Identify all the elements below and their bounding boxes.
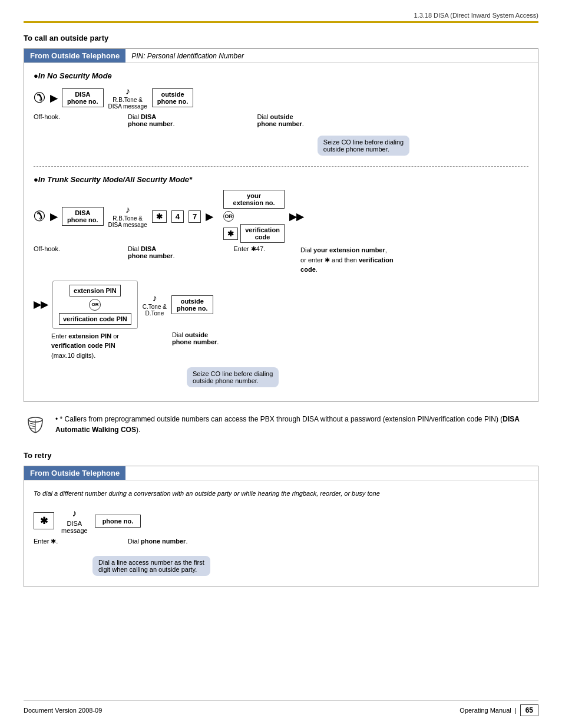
footer-separator: | — [515, 707, 517, 714]
retry-callout-container: Dial a line access number as the firstdi… — [92, 554, 528, 578]
tone-icon-3: ♪ — [143, 293, 167, 304]
label-enter-star47: Enter ✱47. — [233, 245, 265, 275]
disa-tone-icon: ♪ — [72, 508, 77, 518]
arrow-1: ▶ — [50, 93, 57, 104]
mode2-flow-row1: ✆ ▶ DISA phone no. ♪ R.B.Tone &DISA mess… — [34, 190, 528, 243]
mode1-labels: Off-hook. Dial DISAphone number. Dial ou… — [34, 113, 528, 127]
callout-1: Seize CO line before dialingoutside phon… — [318, 136, 409, 156]
num7-box: 7 — [189, 210, 201, 223]
tone-group-2: ♪ R.B.Tone &DISA message — [108, 205, 147, 228]
note-icon — [24, 414, 47, 442]
or-row: OR — [223, 211, 285, 222]
diagram-content: ●In No Security Mode ✆ ▶ DISA phone no. … — [24, 63, 538, 401]
label-dial-outside-1: Dial outsidephone number. — [257, 113, 303, 127]
footer-manual: Operating Manual — [459, 707, 511, 714]
from-outside-label: From Outside Telephone — [24, 49, 125, 62]
svg-line-3 — [30, 426, 35, 427]
divider-1 — [34, 166, 528, 167]
tone-label-2: R.B.Tone &DISA message — [108, 215, 147, 228]
your-ext-box: yourextension no. — [223, 190, 285, 209]
label-dial-disa-1: Dial DISAphone number. — [128, 113, 174, 127]
note-svg-icon — [24, 414, 47, 437]
footer-doc-version: Document Version 2008-09 — [24, 707, 102, 714]
disa-message-group: ♪ DISAmessage — [61, 508, 88, 534]
tone-icon-1: ♪ — [108, 86, 147, 97]
footer-right: Operating Manual | 65 — [459, 704, 538, 716]
svg-line-2 — [30, 423, 35, 424]
outside-phone-box-2: outside phone no. — [171, 295, 213, 314]
footer-page-num: 65 — [520, 704, 538, 716]
verification-box: verificationcode — [240, 224, 285, 243]
retry-callout: Dial a line access number as the firstdi… — [92, 556, 210, 576]
footer-bar: Document Version 2008-09 Operating Manua… — [24, 700, 538, 716]
callout-2: Seize CO line before dialingoutside phon… — [187, 367, 279, 387]
disa-message-label: DISAmessage — [61, 520, 88, 534]
label-offhook-1: Off-hook. — [34, 113, 63, 127]
diagram-header-row: From Outside Telephone PIN: Personal Ide… — [24, 49, 538, 63]
pin-label: PIN: Personal Identification Number — [125, 50, 250, 62]
outside-phone-box-1: outside phone no. — [152, 88, 194, 107]
note-row: • * Callers from preprogrammed outside n… — [24, 414, 538, 442]
note-text: • * Callers from preprogrammed outside n… — [55, 414, 538, 435]
star-verif-row: ✱ verificationcode — [223, 224, 285, 243]
mode2-flow-row2: ▶▶ extension PIN OR verification code PI… — [34, 281, 528, 329]
callout-container-2: Seize CO line before dialingoutside phon… — [34, 365, 528, 390]
star-box: ✱ — [152, 210, 167, 223]
pin-group: extension PIN OR verification code PIN — [52, 281, 138, 329]
num4-box: 4 — [171, 210, 184, 223]
callout-container-1: Seize CO line before dialingoutside phon… — [34, 133, 528, 158]
tone-group-3: ♪ C.Tone &D.Tone — [143, 293, 167, 317]
retry-labels: Enter ✱. Dial phone number. — [34, 538, 528, 545]
verif-pin-box: verification code PIN — [59, 313, 131, 325]
star-box-2: ✱ — [223, 228, 238, 240]
or-circle-1: OR — [223, 211, 234, 222]
tone-group-1: ♪ R.B.Tone &DISA message — [108, 86, 147, 110]
retry-star-box: ✱ — [34, 512, 54, 529]
phone-icon-2: ✆ — [34, 208, 45, 225]
tone-label-1: R.B.Tone &DISA message — [108, 97, 147, 110]
label-enter-pin: Enter extension PIN orverification code … — [51, 331, 119, 361]
retry-diagram-box: From Outside Telephone To dial a differe… — [24, 466, 538, 587]
retry-italic-note: To dial a different number during a conv… — [34, 489, 528, 499]
retry-flow-row: ✱ ♪ DISAmessage phone no. — [34, 508, 528, 534]
header-bar: 1.3.18 DISA (Direct Inward System Access… — [24, 12, 538, 23]
ext-or-verif-group: yourextension no. OR ✱ verificationcode — [223, 190, 285, 243]
ext-pin-box: extension PIN — [70, 285, 121, 297]
double-arrow-2: ▶▶ — [34, 299, 48, 310]
mode1-label: ●In No Security Mode — [34, 71, 528, 80]
phone-icon-1: ✆ — [34, 90, 45, 106]
tone-icon-2: ♪ — [108, 205, 147, 215]
disa-phone-box-2: DISA phone no. — [62, 207, 104, 226]
dial-ext-label: Dial your extension number,or enter ✱ an… — [300, 245, 394, 275]
page: 1.3.18 DISA (Direct Inward System Access… — [0, 0, 562, 728]
label-dial-outside-2: Dial outsidephone number. — [172, 331, 219, 361]
or-circle-2: OR — [89, 299, 101, 311]
main-diagram-box: From Outside Telephone PIN: Personal Ide… — [24, 48, 538, 402]
double-arrow-1: ▶▶ — [289, 211, 303, 222]
retry-content: To dial a different number during a conv… — [24, 480, 538, 587]
retry-header-row: From Outside Telephone — [24, 466, 538, 480]
arrow-3: ▶ — [206, 211, 213, 222]
label-enter-star: Enter ✱. — [34, 538, 81, 545]
label-dial-phone: Dial phone number. — [128, 538, 187, 545]
arrow-2: ▶ — [50, 211, 57, 222]
header-title: 1.3.18 DISA (Direct Inward System Access… — [414, 12, 538, 19]
label-dial-disa-2: Dial DISAphone number. — [128, 245, 174, 275]
mode2-labels-row1: Off-hook. Dial DISAphone number. Enter ✱… — [34, 245, 528, 275]
label-offhook-2: Off-hook. — [34, 245, 63, 275]
mode2-label: ●In Trunk Security Mode/All Security Mod… — [34, 175, 528, 184]
disa-phone-box-1: DISA phone no. — [62, 88, 104, 107]
section1-heading: To call an outside party — [24, 34, 538, 42]
tone-label-3: C.Tone &D.Tone — [143, 304, 167, 317]
mode2-labels-row2: Enter extension PIN orverification code … — [34, 331, 528, 361]
mode1-flow-row: ✆ ▶ DISA phone no. ♪ R.B.Tone &DISA mess… — [34, 86, 528, 110]
section2-heading: To retry — [24, 451, 538, 460]
retry-phone-box: phone no. — [95, 515, 141, 528]
retry-from-outside-label: From Outside Telephone — [24, 466, 125, 480]
